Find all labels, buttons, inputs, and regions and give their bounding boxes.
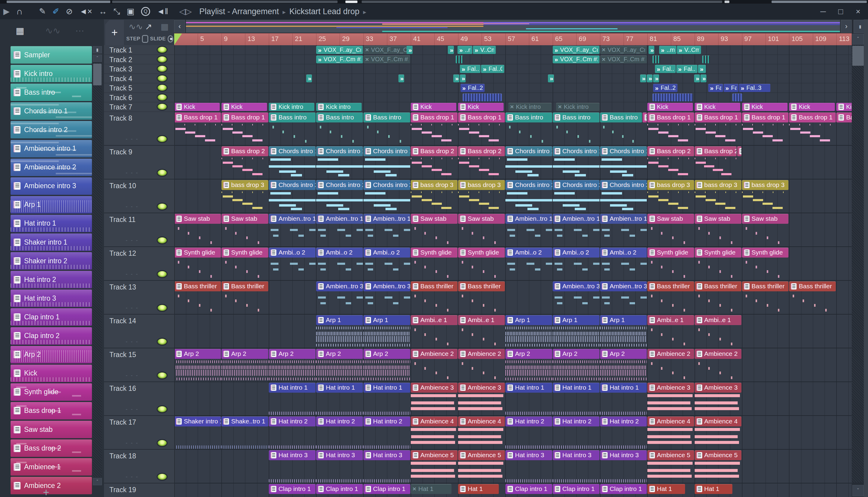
mute-tool-icon[interactable]: ◄× [79, 4, 92, 19]
track-row[interactable]: Arp 1Arp 1Ambi..e 1Ambi..e 1Arp 1Arp 1Ar… [174, 314, 852, 348]
track-header-13[interactable]: Track 13- - - [104, 281, 174, 314]
clip-ambience-5[interactable]: Ambience 5 [458, 450, 505, 483]
clip-arp-2[interactable]: Arp 2 [600, 349, 647, 381]
clip-ambien-tro-1[interactable]: Ambien..tro 1 [269, 214, 315, 246]
clip-hat-intro-1[interactable]: Hat intro 1 [316, 383, 363, 415]
clip-arp-2[interactable]: Arp 2 [174, 349, 221, 381]
clip-kick-intro[interactable]: Kick intro [316, 103, 362, 111]
clip-kick[interactable]: Kick [742, 103, 788, 111]
playback-mode-icon[interactable]: ◁▷ [179, 4, 192, 19]
track-mute-led[interactable] [158, 95, 167, 100]
clip-ambience-3[interactable]: Ambience 3 [695, 383, 741, 415]
track-mute-led[interactable] [158, 305, 167, 311]
clip-arp-1[interactable]: Arp 1 [600, 315, 647, 347]
clip-chords-intro-1[interactable]: Chords intro 1 [553, 146, 600, 179]
clip-ambience-5[interactable]: Ambience 5 [647, 450, 694, 483]
clip-hat-intro-1[interactable]: Hat intro 1 [553, 383, 600, 415]
clip-audio[interactable] [643, 113, 647, 145]
track-row[interactable]: KickKickKick introKick introKickKick×Kic… [174, 102, 852, 112]
clip-fal-[interactable]: »Fal. [708, 84, 723, 92]
track-header-10[interactable]: Track 10- - - [104, 180, 174, 213]
clip-ambience-4[interactable]: Ambience 4 [695, 416, 741, 449]
performance-wave-icon[interactable]: ∿∿ [129, 22, 143, 32]
clip-synth-glide[interactable]: Synth glide [458, 247, 505, 280]
clip-bass-drop-2[interactable]: Bass drop 2 [411, 146, 457, 179]
timeline-ruler[interactable]: 5913172125293337414549535761656973778185… [174, 33, 852, 45]
clip-ambien-tro-3[interactable]: Ambien..tro 3 [316, 281, 363, 314]
clip-hat-intro-3[interactable]: Hat intro 3 [505, 450, 552, 483]
track-row[interactable]: »Fal..2»Fal..2»Fal.»Fal»Fal..3 [174, 83, 852, 93]
clip-shake-tro-1[interactable]: Shake..tro 1 [222, 416, 268, 449]
arrangement-minimap[interactable] [186, 20, 840, 32]
clip-ambience-2[interactable]: Ambience 2 [695, 349, 741, 381]
clip-bass-thriller[interactable]: Bass thriller [222, 281, 268, 314]
track-row[interactable]: »VOX_F..ay_Cm×VOX_F..ay_Cm»»»..m»V..Cm»V… [174, 45, 852, 55]
clip-hat-intro-2[interactable]: Hat intro 2 [600, 416, 647, 449]
clip-bass-thriller[interactable]: Bass thriller [647, 281, 694, 314]
clip-synth-glide[interactable]: Synth glide [695, 247, 741, 280]
clip-kick[interactable]: Kick [695, 103, 740, 111]
clip-bass-thriller[interactable]: Bass thriller [411, 281, 457, 314]
clip-audio[interactable]: » [448, 46, 454, 54]
track-mute-led[interactable] [158, 339, 167, 345]
clip-bass-drop-2[interactable]: Bass drop 2 [222, 146, 268, 179]
scroll-right-button[interactable]: › [841, 20, 852, 32]
clip-v-cm[interactable]: »V..Cm [473, 46, 496, 54]
clip-fal-2[interactable]: »Fal..2 [460, 84, 485, 92]
zoom-tool-icon[interactable]: Q [141, 7, 150, 16]
select-tool-icon[interactable]: ▣ [127, 4, 134, 19]
clip-fal-2[interactable]: »Fal..2 [655, 65, 676, 73]
track-header-7[interactable]: Track 7 [104, 102, 174, 112]
track-header-4[interactable]: Track 4 [104, 74, 174, 84]
clip-ambi-o-2[interactable]: Ambi..o 2 [505, 247, 552, 280]
pattern-item-ambience-intro-3[interactable]: Ambience intro 3 [11, 177, 92, 195]
clip-hat-intro-3[interactable]: Hat intro 3 [316, 450, 363, 483]
clip--m[interactable]: »..m [659, 46, 676, 54]
track-mute-led[interactable] [158, 203, 167, 210]
playlist-grid[interactable]: »VOX_F..ay_Cm×VOX_F..ay_Cm»»»..m»V..Cm»V… [174, 45, 852, 497]
playlist-title-bar[interactable]: ▶ ∩ ✎ ✐ ⊘ ◄× ↔ ⤡ ▣ Q ◄‖ ◁▷ Playlist - Ar… [0, 4, 868, 19]
clip-audio[interactable] [732, 94, 742, 102]
clip-arp-2[interactable]: Arp 2 [222, 349, 268, 381]
pattern-item-bass-drop-2[interactable]: Bass drop 2 [11, 439, 92, 457]
clip-bass-thriller[interactable]: Bass thriller [695, 281, 741, 314]
clip-bass-intro[interactable]: Bass intro [600, 113, 642, 145]
clip-audio[interactable] [737, 146, 741, 179]
pattern-item-ambience-1[interactable]: Ambience 1 [11, 458, 92, 475]
clip-audio[interactable]: » [653, 74, 659, 83]
pattern-item-chords-intro-2[interactable]: Chords intro 2 [11, 121, 92, 139]
pattern-list-scroll-down-button[interactable]: ˇ [93, 478, 102, 485]
pattern-item-bass-drop-1[interactable]: Bass drop 1 [11, 402, 92, 420]
clip-ambience-2[interactable]: Ambience 2 [411, 349, 457, 381]
clip-ambience-4[interactable]: Ambience 4 [458, 416, 505, 449]
clip-kick[interactable]: Kick [458, 103, 504, 111]
track-row[interactable]: Bass drop 2Chords intro 1Chords intro 1C… [174, 146, 852, 180]
clip-chords-intro-2[interactable]: Chords intro 2 [553, 180, 600, 212]
track-header-19[interactable]: Track 19- - - [104, 483, 174, 497]
clip-synth-glide[interactable]: Synth glide [174, 247, 221, 280]
pattern-list-scroll-option-button[interactable]: ▮ [93, 46, 102, 53]
clip-clap-intro-1[interactable]: Clap intro 1 [505, 484, 552, 497]
scroll-left-button[interactable]: ‹ [174, 20, 185, 32]
clip-ambi-o-2[interactable]: Ambi..o 2 [269, 247, 315, 280]
clip--m[interactable]: »..m [457, 46, 472, 54]
clip-saw-stab[interactable]: Saw stab [411, 214, 457, 246]
clip-saw-stab[interactable]: Saw stab [458, 214, 505, 246]
pattern-item-bass-intro[interactable]: Bass intro [11, 84, 92, 101]
track-header-14[interactable]: Track 14- - - [104, 314, 174, 348]
clip-audio[interactable]: » [453, 74, 459, 83]
track-size-grip[interactable]: - - - [126, 305, 138, 311]
track-size-grip[interactable]: - - - [126, 440, 138, 446]
track-mute-led[interactable] [158, 372, 167, 379]
clip-vox-f-cm-#2[interactable]: »VOX_F..Cm #2 [553, 56, 600, 63]
clip-chords-intro-2[interactable]: Chords intro 2 [269, 180, 315, 212]
track-row[interactable]: Saw stabSaw stabAmbien..tro 1Ambien..tro… [174, 213, 852, 247]
pattern-list-scrollbar-track[interactable] [93, 63, 102, 477]
clip-bass-drop-3[interactable]: bass drop 3 [647, 180, 694, 212]
clip-synth-glide[interactable]: Synth glide [647, 247, 694, 280]
pattern-item-saw-stab[interactable]: Saw stab [11, 421, 92, 438]
track-size-grip[interactable]: - - - [126, 339, 138, 345]
clip-arp-2[interactable]: Arp 2 [505, 349, 552, 381]
clip-vox-f-ay-cm[interactable]: »VOX_F..ay_Cm [553, 46, 600, 54]
preview-speaker-icon[interactable]: ◄‖ [157, 4, 168, 19]
